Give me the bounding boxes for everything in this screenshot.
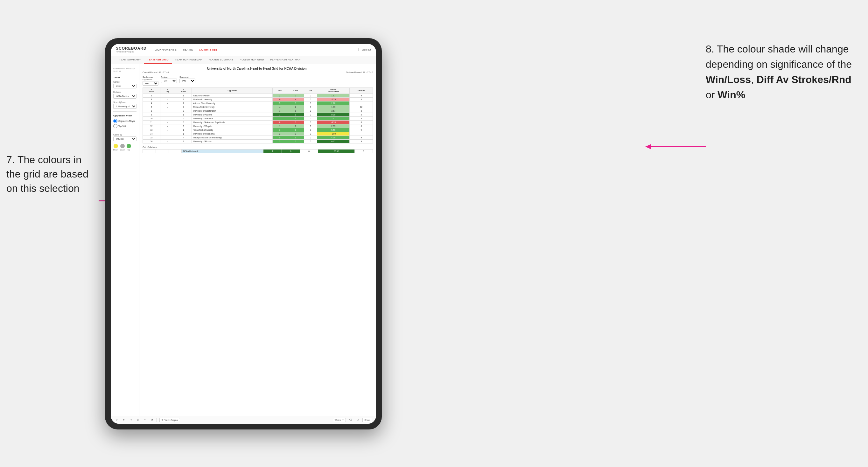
cell-rank: 12: [143, 124, 160, 128]
table-row: 6 - 2 Florida State University 4 2 0 1.8…: [143, 105, 373, 109]
sub-nav-player-h2h-grid[interactable]: PLAYER H2H GRID: [237, 56, 267, 64]
cell-diff: 2.28: [317, 101, 350, 105]
th-loss: Loss: [287, 88, 304, 94]
sidebar-gender-select[interactable]: Men's: [113, 84, 136, 88]
cell-win: 5: [273, 135, 287, 139]
sub-nav-player-h2h-heatmap[interactable]: PLAYER H2H HEATMAP: [267, 56, 304, 64]
cell-opponent: University of Arizona: [192, 113, 273, 117]
cell-conf: 1: [175, 132, 191, 135]
crop-icon[interactable]: ⊞: [135, 418, 140, 422]
view-original-button[interactable]: 👁 View: Original: [159, 418, 180, 422]
opponent-label: Opponent: [180, 76, 195, 78]
cell-rounds: 3: [350, 120, 373, 124]
sub-nav: TEAM SUMMARY TEAM H2H GRID TEAM H2H HEAT…: [111, 56, 376, 64]
sidebar-colour-by-select[interactable]: Win/loss: [113, 136, 136, 141]
cut-icon[interactable]: ✂: [143, 418, 147, 422]
ood-cell-rank: [143, 149, 156, 153]
sidebar: Last Updated: 27/03/2024 16:55:38 Team G…: [111, 64, 140, 416]
cell-opponent: Florida State University: [192, 105, 273, 109]
sub-nav-player-summary[interactable]: PLAYER SUMMARY: [205, 56, 237, 64]
cell-rank: 4: [143, 101, 160, 105]
cell-reg: -: [160, 132, 175, 135]
cell-tie: 0: [304, 94, 317, 97]
cell-conf: 3: [175, 124, 191, 128]
cell-rank: 3: [143, 97, 160, 101]
nav-links: TOURNAMENTS TEAMS COMMITTEE: [153, 48, 352, 51]
region-select[interactable]: (All): [161, 79, 177, 83]
ood-cell-diff: 26.00: [318, 149, 355, 153]
table-row: 14 - 1 University of Oklahoma 2 1 0 -1.0…: [143, 132, 373, 135]
nav-committee[interactable]: COMMITTEE: [199, 48, 218, 51]
sign-out-button[interactable]: Sign out: [358, 49, 371, 51]
table-row: 9 - 1 University of Arizona 1 0 0 9.00 2: [143, 113, 373, 117]
cell-opponent: Arizona State University: [192, 101, 273, 105]
ood-cell-win: 1: [264, 149, 282, 153]
cell-rank: 13: [143, 128, 160, 132]
cell-rank: 6: [143, 105, 160, 109]
filter-region: Region (All): [161, 76, 177, 83]
sidebar-division-field: Division NCAA Division I: [113, 91, 136, 99]
cell-loss: 1: [287, 139, 304, 143]
watch-button[interactable]: Watch ▼: [333, 418, 346, 422]
nav-tournaments[interactable]: TOURNAMENTS: [153, 48, 177, 51]
sidebar-radio-top100-input[interactable]: [113, 124, 117, 128]
sub-nav-team-h2h-grid[interactable]: TEAM H2H GRID: [144, 56, 172, 64]
arrow-right-pointer: [648, 146, 706, 147]
cell-rank: 14: [143, 132, 160, 135]
th-conf: #Conf: [175, 88, 191, 94]
conference-label: Conference: [143, 76, 158, 78]
timer-icon[interactable]: ⏱: [150, 418, 154, 422]
cell-tie: 0: [304, 109, 317, 113]
ood-cell-tie: 0: [300, 149, 318, 153]
overall-record: Overall Record: 89 - 17 - 0: [143, 71, 169, 73]
sub-nav-team-summary[interactable]: TEAM SUMMARY: [116, 56, 144, 64]
sidebar-timestamp: Last Updated: 27/03/2024 16:55:38: [113, 67, 136, 73]
sidebar-division-label: Division: [113, 91, 136, 93]
sidebar-school-select[interactable]: 1. University of Nort...: [113, 104, 136, 109]
cell-loss: 0: [287, 135, 304, 139]
cell-opponent: University of Oklahoma: [192, 132, 273, 135]
legend-level-label: Level: [120, 149, 124, 151]
legend-up-label: Up: [128, 149, 130, 151]
cell-rounds: 2: [350, 113, 373, 117]
cell-diff: 1.83: [317, 105, 350, 109]
cell-win: 3: [273, 128, 287, 132]
cell-reg: -: [160, 113, 175, 117]
sidebar-gender-label: Gender: [113, 81, 136, 83]
ood-cell-opponent: NCAA Division II: [182, 149, 264, 153]
cell-rounds: 8: [350, 117, 373, 120]
sidebar-radio-opponents-input[interactable]: [113, 119, 117, 123]
opponent-select[interactable]: (All): [180, 79, 195, 83]
share-button[interactable]: Share: [363, 418, 372, 422]
undo-icon[interactable]: ↺: [115, 418, 119, 422]
cell-diff: 1.67: [317, 94, 350, 97]
cell-loss: 1: [287, 132, 304, 135]
cell-loss: 0: [287, 128, 304, 132]
conference-select[interactable]: (All): [143, 81, 158, 86]
division-record: Division Record: 88 - 17 - 0: [346, 71, 373, 73]
cell-tie: 0: [304, 120, 317, 124]
th-win: Win: [273, 88, 287, 94]
cell-win: 3: [273, 139, 287, 143]
data-table: #Rank #Reg #Conf Opponent Win Loss Tie D…: [143, 88, 373, 144]
cell-tie: 0: [304, 113, 317, 117]
cell-rank: 2: [143, 94, 160, 97]
cell-conf: 1: [175, 94, 191, 97]
sidebar-radio-opponents[interactable]: Opponents Played: [113, 119, 136, 123]
nav-teams[interactable]: TEAMS: [183, 48, 193, 51]
th-opponent: Opponent: [192, 88, 273, 94]
cell-opponent: University of Florida: [192, 139, 273, 143]
cell-opponent: University of Alabama: [192, 117, 273, 120]
legend-level-dot: [120, 144, 125, 148]
annotation-left: 7. The colours in the grid are based on …: [6, 153, 95, 195]
table-row: 15 - 4 Georgia Institute of Technology 5…: [143, 135, 373, 139]
redo-icon[interactable]: ↻: [122, 418, 126, 422]
cell-win: 3: [273, 117, 287, 120]
share-icon[interactable]: ⬡: [355, 418, 360, 422]
sidebar-radio-top100[interactable]: Top 100: [113, 124, 136, 128]
sidebar-division-select[interactable]: NCAA Division I: [113, 94, 136, 99]
th-diff: Diff AvStrokes/Rnd: [317, 88, 350, 94]
forward-icon[interactable]: ⇥: [128, 418, 133, 422]
comment-icon[interactable]: 💬: [348, 418, 353, 422]
sub-nav-team-h2h-heatmap[interactable]: TEAM H2H HEATMAP: [172, 56, 206, 64]
